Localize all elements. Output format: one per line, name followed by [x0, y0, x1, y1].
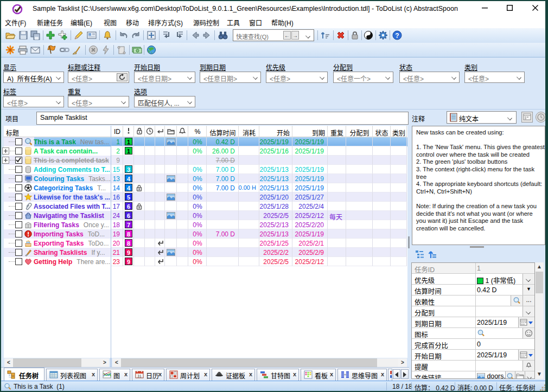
svg-text:31: 31: [137, 374, 142, 378]
svg-text:?: ?: [395, 32, 399, 40]
